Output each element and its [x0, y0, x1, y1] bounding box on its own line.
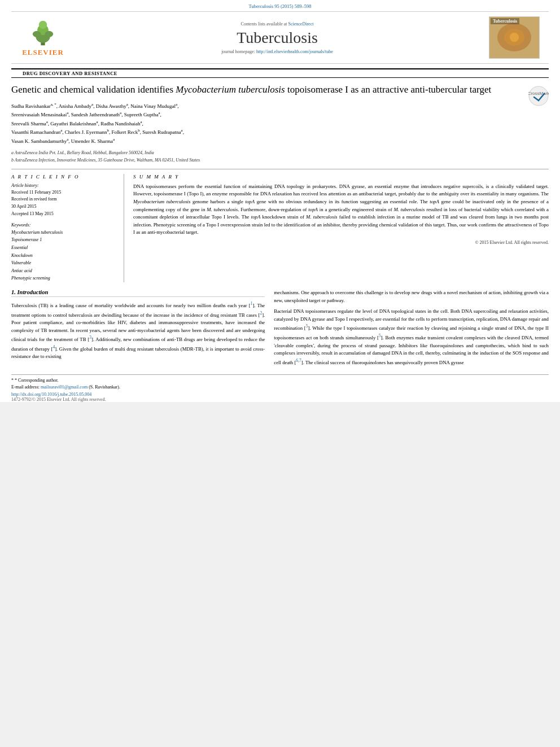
journal-homepage: journal homepage: http://intl.elsevierhe… — [72, 49, 482, 54]
intro-paragraph-2: mechanisms. One approach to overcome thi… — [274, 289, 549, 304]
keyword-3: Essential — [11, 244, 115, 252]
authors-list: Sudha Ravishankara, *, Anisha Ambadya, D… — [0, 98, 560, 148]
email-note: E-mail address: mailsuravi01@gmail.com (… — [11, 384, 549, 391]
summary-text: DNA topoisomerases perform the essential… — [133, 183, 549, 237]
article-info-summary: A R T I C L E I N F O Article history: R… — [11, 169, 549, 282]
ref-1: 1 — [251, 301, 253, 306]
summary-header: S U M M A R Y — [133, 174, 549, 180]
affiliation-a: a AstraZeneca India Pvt. Ltd., Bellary R… — [11, 150, 549, 157]
doi-link[interactable]: http://dx.doi.org/10.1016/j.tube.2015.05… — [11, 392, 549, 397]
introduction-title: 1. Introduction — [11, 289, 265, 297]
journal-title-banner: Tuberculosis — [72, 29, 482, 47]
keyword-2: Topoisomerase 1 — [11, 236, 115, 244]
svg-point-3 — [39, 20, 47, 29]
issn-text: 1472-9792/© 2015 Elsevier Ltd. All right… — [11, 397, 549, 402]
ref-4: 4 — [53, 344, 55, 350]
tuberculosis-cover-image: Tuberculosis — [489, 16, 540, 59]
affiliation-b: b AstraZeneca Infection, Innovative Medi… — [11, 157, 549, 164]
keyword-6: Antiac acid — [11, 267, 115, 275]
contents-available: Contents lists available at ScienceDirec… — [72, 21, 482, 27]
summary-panel: S U M M A R Y DNA topoisomerases perform… — [124, 174, 549, 282]
received-date: Received 11 February 2015 — [11, 189, 115, 196]
svg-point-4 — [33, 30, 41, 37]
article-title: CrossMark Genetic and chemical validatio… — [0, 81, 560, 98]
intro-paragraph-1: Tuberculosis (TB) is a leading cause of … — [11, 300, 265, 361]
ref-2: 2 — [260, 311, 262, 316]
copyright: © 2015 Elsevier Ltd. All rights reserved… — [133, 240, 549, 245]
footnote-section: * * Corresponding author. E-mail address… — [11, 374, 549, 402]
ref-3: 3 — [89, 335, 91, 340]
affiliations: a AstraZeneca India Pvt. Ltd., Bellary R… — [0, 148, 560, 169]
elsevier-logo: ELSEVIER — [20, 19, 65, 57]
svg-text:CrossMark: CrossMark — [528, 91, 549, 96]
main-content: 1. Introduction Tuberculosis (TB) is a l… — [11, 289, 549, 370]
keyword-5: Vulnerable — [11, 259, 115, 267]
keywords-label: Keywords: — [11, 222, 115, 228]
journal-banner: ELSEVIER Contents lists available at Sci… — [11, 11, 549, 64]
title-part2: topoisomerase I as an attractive anti-tu… — [285, 84, 492, 95]
article-info-panel: A R T I C L E I N F O Article history: R… — [11, 174, 124, 282]
crossmark-icon: CrossMark — [528, 86, 549, 106]
homepage-link[interactable]: http://intl.elsevierhealth.com/journals/… — [256, 49, 333, 54]
article-info-header: A R T I C L E I N F O — [11, 174, 115, 180]
accepted-date: Accepted 13 May 2015 — [11, 211, 115, 218]
ref-6-7: 6,7 — [296, 358, 301, 363]
keyword-7: Phenotypic screening — [11, 274, 115, 282]
revised-date: 30 April 2015 — [11, 203, 115, 211]
right-column: mechanisms. One approach to overcome thi… — [274, 289, 549, 370]
history-label: Article history: — [11, 183, 115, 188]
email-link[interactable]: mailsuravi01@gmail.com — [41, 385, 88, 390]
elsevier-tree-icon — [26, 19, 60, 47]
title-part1: Genetic and chemical validation identifi… — [11, 84, 176, 95]
intro-paragraph-3: Bacterial DNA topoisomerases regulate th… — [274, 308, 549, 366]
citation-text: Tuberculosis 95 (2015) 589–598 — [249, 3, 312, 9]
svg-point-5 — [45, 30, 54, 37]
keyword-1: Mycobacterium tuberculosis — [11, 229, 115, 237]
elsevier-label: ELSEVIER — [22, 48, 64, 57]
corresponding-author-note: * * Corresponding author. — [11, 377, 549, 384]
keyword-4: Knockdown — [11, 252, 115, 260]
banner-center: Contents lists available at ScienceDirec… — [72, 21, 482, 54]
title-italic: Mycobacterium tuberculosis — [176, 84, 285, 95]
ref-5a: 5 — [306, 324, 308, 329]
journal-citation: Tuberculosis 95 (2015) 589–598 — [0, 0, 560, 11]
keywords-section: Keywords: Mycobacterium tuberculosis Top… — [11, 222, 115, 282]
page: Tuberculosis 95 (2015) 589–598 ELSEVIER … — [0, 0, 560, 402]
svg-point-9 — [510, 33, 519, 42]
ref-5b: 5 — [379, 333, 381, 338]
section-label: DRUG DISCOVERY AND RESISTANCE — [11, 68, 549, 78]
svg-point-10 — [529, 86, 548, 106]
left-column: 1. Introduction Tuberculosis (TB) is a l… — [11, 289, 265, 370]
revised-label: Received in revised form — [11, 196, 115, 203]
crossmark[interactable]: CrossMark — [528, 86, 549, 110]
